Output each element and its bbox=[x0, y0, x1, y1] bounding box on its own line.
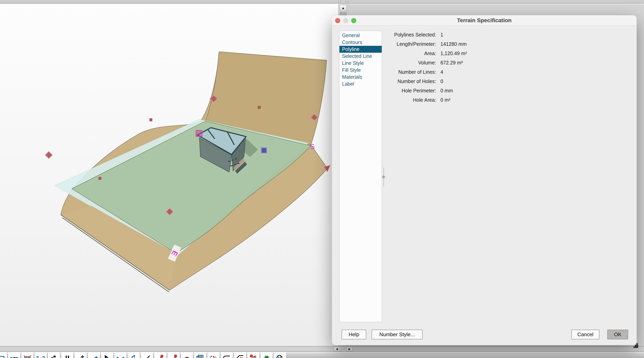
scroll-left-button[interactable]: ◀ bbox=[334, 347, 340, 351]
panel-splitter-grip[interactable] bbox=[382, 175, 385, 179]
dialog-title: Terrain Specification bbox=[332, 15, 637, 25]
select-similar-button[interactable] bbox=[101, 353, 113, 358]
field-value: 4 bbox=[440, 67, 579, 77]
terrain-3d-view[interactable]: S E bbox=[0, 4, 338, 346]
explode-icon bbox=[249, 354, 258, 358]
scroll-up-button[interactable]: ▲ bbox=[340, 5, 346, 11]
elevation-point-marker[interactable] bbox=[45, 151, 52, 159]
field-label: Number of Lines: bbox=[368, 67, 436, 77]
transfer-object-icon bbox=[36, 354, 45, 358]
square-corner-button[interactable] bbox=[208, 353, 220, 358]
field-value: 0 bbox=[440, 77, 579, 86]
app-window: S E ▲ ◀ ▶ bbox=[0, 0, 644, 358]
select-box-icon bbox=[0, 354, 5, 358]
transfer-object-button[interactable] bbox=[35, 353, 46, 358]
field-value: 0 mm bbox=[440, 86, 579, 95]
horizontal-scrollbar[interactable] bbox=[0, 346, 644, 352]
change-line-arc-icon bbox=[143, 354, 152, 358]
center-object-button[interactable] bbox=[61, 353, 73, 358]
delete-button[interactable] bbox=[22, 353, 33, 358]
chamfer-lines-icon bbox=[169, 354, 178, 358]
chamfer-corner-button[interactable] bbox=[234, 353, 246, 358]
window-top-strip bbox=[0, 0, 644, 3]
compass-south-label: S bbox=[309, 142, 315, 151]
dialog-titlebar[interactable]: Terrain Specification bbox=[332, 15, 637, 25]
pane-divider-stub bbox=[346, 0, 348, 3]
field-value: 0 m² bbox=[440, 95, 579, 105]
select-similar-icon bbox=[103, 354, 112, 358]
break-line-button[interactable] bbox=[128, 353, 140, 358]
library-search-button[interactable] bbox=[274, 353, 286, 358]
field-value: 141280 mm bbox=[440, 39, 579, 49]
chamfer-corner-icon bbox=[236, 354, 244, 358]
delete-icon bbox=[23, 354, 32, 358]
change-line-arc-button[interactable] bbox=[141, 353, 153, 358]
elevation-square-marker[interactable] bbox=[98, 177, 102, 180]
elevation-square-marker[interactable] bbox=[150, 118, 152, 121]
field-label: Hole Area: bbox=[368, 95, 436, 105]
copy-objects-icon bbox=[10, 354, 18, 358]
adjust-arc-icon bbox=[182, 354, 191, 358]
copy-objects-button[interactable] bbox=[8, 353, 20, 358]
help-button[interactable]: Help bbox=[342, 330, 366, 339]
explode-button[interactable] bbox=[248, 353, 259, 358]
field-label: Volume: bbox=[368, 58, 436, 67]
record-frames-icon bbox=[196, 354, 204, 358]
field-label: Hole Perimeter: bbox=[368, 86, 436, 95]
scroll-up-icon: ▲ bbox=[342, 6, 345, 10]
terrain-tool-icon bbox=[262, 354, 271, 358]
add-midpoint-icon bbox=[76, 354, 85, 358]
center-object-icon bbox=[63, 354, 72, 358]
fillet-lines-icon bbox=[156, 354, 165, 358]
round-corner-icon bbox=[222, 354, 231, 358]
scroll-right-icon: ▶ bbox=[348, 347, 351, 351]
library-search-icon bbox=[276, 354, 284, 358]
field-value: 1 bbox=[440, 30, 579, 39]
point-to-point-move-button[interactable] bbox=[48, 353, 60, 358]
pane-divider-stub bbox=[338, 0, 340, 3]
field-label: Polylines Selected: bbox=[368, 30, 436, 39]
field-value: 1,120.49 m² bbox=[440, 49, 579, 58]
elevation-square-marker[interactable] bbox=[258, 106, 261, 109]
terrain-tool-button[interactable] bbox=[261, 353, 272, 358]
stretch-icon bbox=[116, 354, 125, 358]
ok-button[interactable]: OK bbox=[607, 330, 628, 339]
input-point-icon bbox=[90, 354, 98, 358]
add-midpoint-button[interactable] bbox=[74, 353, 86, 358]
square-corner-icon bbox=[209, 354, 218, 358]
fillet-lines-button[interactable] bbox=[154, 353, 166, 358]
scroll-right-button[interactable]: ▶ bbox=[346, 347, 353, 351]
chamfer-lines-button[interactable] bbox=[168, 353, 180, 358]
selected-point-marker[interactable] bbox=[261, 148, 267, 153]
dialog-resize-grip[interactable] bbox=[634, 343, 639, 348]
round-corner-button[interactable] bbox=[221, 353, 233, 358]
record-frames-button[interactable] bbox=[194, 353, 206, 358]
field-label: Number of Holes: bbox=[368, 77, 436, 86]
adjust-arc-button[interactable] bbox=[181, 353, 193, 358]
stretch-button[interactable] bbox=[114, 353, 126, 358]
field-value: 672.29 m³ bbox=[440, 58, 579, 67]
field-label: Area: bbox=[368, 49, 436, 58]
scroll-left-icon: ◀ bbox=[336, 347, 338, 351]
building-selection-handle[interactable] bbox=[196, 130, 202, 136]
point-to-point-move-icon bbox=[50, 354, 58, 358]
select-box-button[interactable] bbox=[0, 353, 7, 358]
cancel-button[interactable]: Cancel bbox=[572, 330, 599, 339]
edit-toolbar bbox=[0, 353, 644, 358]
input-point-button[interactable] bbox=[88, 353, 100, 358]
number-style-button[interactable]: Number Style... bbox=[372, 330, 422, 339]
terrain-specification-dialog: Terrain Specification General Contours P… bbox=[332, 15, 637, 345]
break-line-icon bbox=[129, 354, 138, 358]
field-label: Length/Perimeter: bbox=[368, 39, 436, 49]
